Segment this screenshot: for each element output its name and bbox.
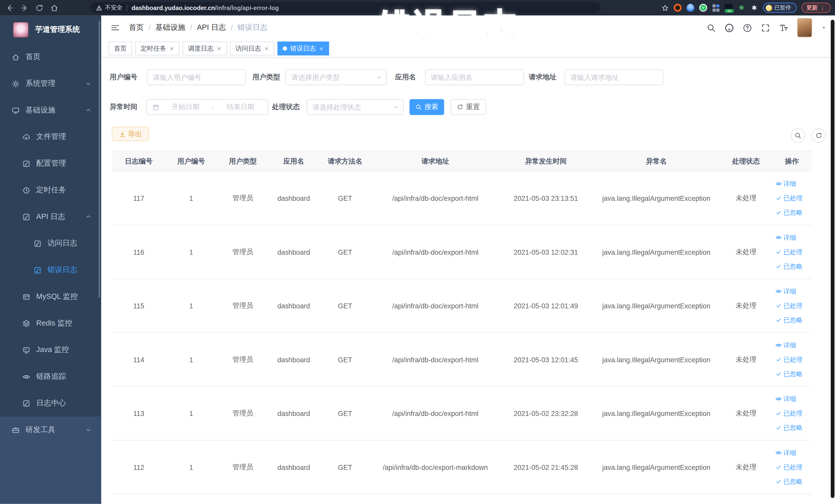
process-status-select[interactable] <box>307 99 404 115</box>
sidebar-item-config-management[interactable]: 配置管理 <box>0 150 101 177</box>
gear-icon <box>12 80 20 87</box>
app-logo-row[interactable]: 芋道管理系统 <box>0 15 101 44</box>
back-icon[interactable] <box>5 3 14 12</box>
tab-label: 访问日志 <box>236 44 261 53</box>
close-icon[interactable] <box>217 46 222 51</box>
mark-processed-link[interactable]: 已处理 <box>775 409 803 418</box>
sidebar-item-api-log[interactable]: API 日志 <box>0 203 101 230</box>
extension-orange-icon[interactable] <box>674 4 681 12</box>
search-icon[interactable] <box>707 23 716 32</box>
caret-down-icon[interactable] <box>821 25 827 31</box>
extension-blue-drop-icon[interactable] <box>686 4 694 12</box>
reload-icon[interactable] <box>35 3 44 12</box>
reset-button[interactable]: 重置 <box>450 99 486 115</box>
sidebar-item-error-log[interactable]: 错误日志 <box>0 257 101 283</box>
extensions-puzzle-icon[interactable]: ✱ <box>750 4 758 12</box>
sidebar-item-system-management[interactable]: 系统管理 <box>0 70 101 97</box>
github-icon[interactable] <box>725 23 734 32</box>
sidebar-scrollbar[interactable] <box>99 21 100 298</box>
close-icon[interactable] <box>169 46 174 51</box>
mark-ignored-link[interactable]: 已忽略 <box>775 423 803 432</box>
cell-exception-time: 2021-05-03 23:13:51 <box>499 172 593 225</box>
tab-schedule-log[interactable]: 调度日志 <box>183 42 227 56</box>
sidebar-item-log-center[interactable]: 日志中心 <box>0 390 101 417</box>
search-button[interactable]: 搜索 <box>409 99 444 115</box>
cloud-upload-icon <box>22 133 30 141</box>
app-name-input[interactable] <box>425 69 524 85</box>
close-icon[interactable] <box>319 46 324 51</box>
mark-ignored-link[interactable]: 已忽略 <box>775 208 803 217</box>
breadcrumb-api-log[interactable]: API 日志 <box>197 23 226 32</box>
user-type-select[interactable] <box>285 69 387 85</box>
end-date-placeholder[interactable]: 结束日期 <box>219 102 263 112</box>
chevron-down-icon <box>85 427 91 433</box>
mark-ignored-link[interactable]: 已忽略 <box>775 477 803 486</box>
sidebar-item-java-monitor[interactable]: Java 监控 <box>0 337 101 363</box>
sidebar-item-label: API 日志 <box>36 212 65 222</box>
column-header: 请求方法名 <box>319 151 372 171</box>
tab-scheduled-jobs[interactable]: 定时任务 <box>135 42 179 56</box>
user-avatar[interactable] <box>797 18 812 38</box>
sidebar-item-scheduled-jobs[interactable]: 定时任务 <box>0 177 101 204</box>
cell-user-type: 管理员 <box>217 172 269 225</box>
address-bar[interactable]: 不安全 dashboard.yudao.iocoder.cn /infra/lo… <box>90 2 600 13</box>
breadcrumb-infrastructure[interactable]: 基础设施 <box>156 23 185 32</box>
mark-processed-link[interactable]: 已处理 <box>775 301 803 310</box>
cell-status: 未处理 <box>720 333 772 386</box>
mark-ignored-link[interactable]: 已忽略 <box>775 369 803 379</box>
cell-actions: 详细 已处理 已忽略 <box>772 225 812 279</box>
sidebar-item-access-log[interactable]: 访问日志 <box>0 230 101 257</box>
help-icon[interactable] <box>743 23 752 32</box>
tab-error-log[interactable]: 错误日志 <box>278 42 329 56</box>
exception-time-range-picker[interactable]: 开始日期 - 结束日期 <box>147 99 268 115</box>
detail-link[interactable]: 详细 <box>775 395 796 403</box>
tab-access-log[interactable]: 访问日志 <box>230 42 274 56</box>
detail-link[interactable]: 详细 <box>775 341 796 350</box>
sidebar-item-mysql-monitor[interactable]: MySQL 监控 <box>0 283 101 310</box>
browser-update-button[interactable]: 更新 ⋮ <box>801 3 831 13</box>
user-id-input[interactable] <box>147 69 246 85</box>
extension-on-badge-icon[interactable]: on <box>725 4 733 12</box>
mark-processed-link[interactable]: 已处理 <box>775 247 803 257</box>
detail-link[interactable]: 详细 <box>775 233 796 242</box>
mark-ignored-link[interactable]: 已忽略 <box>775 262 803 271</box>
cell-exception-time: 2021-05-03 12:01:49 <box>499 279 593 332</box>
profile-paused-badge[interactable]: 已暂停 <box>763 3 796 13</box>
detail-link[interactable]: 详细 <box>775 179 796 188</box>
extension-grid-icon[interactable] <box>712 4 720 12</box>
sidebar-item-infrastructure[interactable]: 基础设施 <box>0 97 101 124</box>
fullscreen-icon[interactable] <box>761 23 770 32</box>
app-name-label: 应用名 <box>395 69 416 85</box>
tab-home[interactable]: 首页 <box>108 42 132 56</box>
sidebar-toggle-icon[interactable] <box>111 23 120 32</box>
mark-ignored-link[interactable]: 已忽略 <box>775 316 803 324</box>
detail-link[interactable]: 详细 <box>775 287 796 296</box>
sidebar-item-home[interactable]: 首页 <box>0 44 101 70</box>
close-icon[interactable] <box>264 46 269 51</box>
home-icon[interactable] <box>50 3 59 12</box>
cell-log-id: 114 <box>112 333 166 386</box>
extension-green-v-icon[interactable]: V <box>699 4 707 12</box>
sidebar-item-dev-tools[interactable]: 研发工具 <box>0 417 101 443</box>
sidebar-item-redis-monitor[interactable]: Redis 监控 <box>0 310 101 337</box>
request-url-input[interactable] <box>565 69 664 85</box>
breadcrumb-separator: / <box>231 23 233 32</box>
start-date-placeholder[interactable]: 开始日期 <box>163 102 208 112</box>
detail-link[interactable]: 详细 <box>775 448 796 457</box>
extension-plant-icon[interactable]: ❋ <box>737 4 746 12</box>
font-size-icon[interactable] <box>779 23 788 32</box>
sidebar-item-trace[interactable]: 链路追踪 <box>0 363 101 390</box>
browser-menu-dots-icon[interactable]: ⋮ <box>820 5 826 11</box>
page-scrollbar-thumb[interactable] <box>830 20 834 498</box>
cell-app-name: dashboard <box>269 441 319 494</box>
export-button[interactable]: 导出 <box>112 127 149 141</box>
refresh-table-button[interactable] <box>812 128 826 143</box>
toggle-search-button[interactable] <box>791 128 805 143</box>
mark-processed-link[interactable]: 已处理 <box>775 355 803 364</box>
sidebar-item-file-management[interactable]: 文件管理 <box>0 123 101 150</box>
forward-icon[interactable] <box>20 3 29 12</box>
mark-processed-link[interactable]: 已处理 <box>775 463 803 472</box>
mark-processed-link[interactable]: 已处理 <box>775 194 803 203</box>
bookmark-star-icon[interactable] <box>661 4 669 12</box>
breadcrumb-home[interactable]: 首页 <box>129 23 144 32</box>
